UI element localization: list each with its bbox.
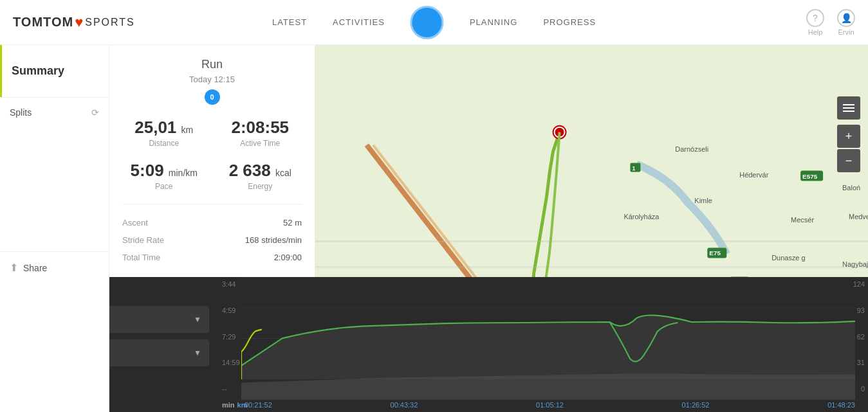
activity-date: Today 12:15 — [122, 75, 302, 84]
stat-time-value: 2:08:55 — [219, 118, 302, 138]
nav-progress[interactable]: PROGRESS — [543, 17, 596, 27]
user-button[interactable]: 👤 Ervin — [837, 9, 855, 36]
map-controls: + − — [837, 96, 860, 172]
stat-energy-value: 2 638 kcal — [219, 161, 302, 181]
y-label-0: 3:44 — [222, 280, 240, 288]
y-label-2: 7:29 — [222, 333, 240, 341]
share-label: Share — [23, 263, 47, 273]
splits-row[interactable]: Splits ⟳ — [0, 97, 109, 127]
extra-stride: Stride Rate 168 strides/min — [122, 231, 302, 249]
stat-energy-label: Energy — [219, 182, 302, 191]
logo-sports: SPORTS — [85, 17, 135, 28]
extra-ascent: Ascent 52 m — [122, 214, 302, 231]
nav-latest[interactable]: LATEST — [272, 17, 307, 27]
share-icon: ⬆ — [10, 262, 18, 274]
menu-line-3 — [843, 111, 854, 112]
stat-energy: 2 638 kcal Energy — [219, 161, 302, 191]
y-label-3: 14:59 — [222, 359, 240, 366]
nav-center: LATEST ACTIVITIES PLANNING PROGRESS — [272, 6, 596, 39]
nav-right: ? Help 👤 Ervin — [806, 9, 855, 36]
help-icon: ? — [806, 9, 824, 27]
chart-area: 3:44 4:59 7:29 14:59 -- 124 93 62 31 0 — [219, 277, 868, 412]
extra-stats: Ascent 52 m Stride Rate 168 strides/min … — [122, 204, 302, 266]
svg-text:Károlyháza: Károlyháza — [623, 213, 660, 220]
menu-line-1 — [843, 104, 854, 105]
user-icon: 👤 — [837, 9, 855, 27]
nav-planning[interactable]: PLANNING — [470, 17, 517, 27]
unit-min: min — [222, 401, 235, 409]
stat-distance: 25,01 km Distance — [122, 118, 206, 148]
x-label-2: 01:05:12 — [536, 401, 564, 409]
map-zoom-out-button[interactable]: − — [837, 149, 860, 172]
stat-time-label: Active Time — [219, 139, 302, 148]
svg-text:Baloń: Baloń — [842, 184, 860, 192]
badge-circle: 0 — [205, 89, 220, 105]
map-zoom-in-button[interactable]: + — [837, 125, 860, 148]
menu-line-2 — [843, 107, 854, 109]
x-label-4: 01:48:23 — [827, 401, 855, 409]
svg-text:Nagybajcs: Nagybajcs — [842, 260, 868, 268]
top-nav: TOMTOM ♥ SPORTS LATEST ACTIVITIES PLANNI… — [0, 0, 868, 45]
svg-text:Darnózseli: Darnózseli — [675, 145, 708, 153]
x-label-3: 01:26:52 — [682, 401, 710, 409]
svg-text:Medvedov: Medvedov — [849, 213, 868, 220]
stat-pace: 5:09 min/km Pace — [122, 161, 206, 191]
stat-time: 2:08:55 Active Time — [219, 118, 302, 148]
map-menu-button[interactable] — [837, 96, 860, 120]
splits-label: Splits — [10, 107, 32, 118]
stat-pace-value: 5:09 min/km — [122, 161, 206, 181]
help-label: Help — [808, 28, 823, 36]
bottom-section: STATS ⟳ Pace min/km ▼ ▲ Elevation m ▼ — [0, 277, 868, 412]
unit-km: km — [237, 401, 248, 409]
x-label-0: 00:21:52 — [245, 401, 272, 409]
svg-text:E75: E75 — [709, 249, 721, 256]
stat-pace-label: Pace — [122, 182, 206, 191]
chart-y-labels-left: 3:44 4:59 7:29 14:59 -- — [222, 277, 240, 396]
summary-label: Summary — [12, 64, 64, 77]
svg-text:Dunasze g: Dunasze g — [771, 254, 805, 262]
left-sidebar: Summary Splits ⟳ ⬆ Share — [0, 45, 109, 412]
svg-text:Kimle: Kimle — [694, 197, 712, 204]
activity-badge: 0 — [122, 89, 302, 105]
summary-tab[interactable]: Summary — [0, 45, 109, 97]
stat-distance-label: Distance — [122, 139, 206, 148]
activity-title: Run — [122, 58, 302, 71]
pace-dropdown-icon: ▼ — [194, 315, 201, 324]
logo-tomtom: TOMTOM — [13, 15, 73, 30]
stat-distance-value: 25,01 km — [122, 118, 206, 138]
logo-flame: ♥ — [75, 14, 84, 31]
svg-text:Hédervár: Hédervár — [739, 171, 768, 179]
splits-icon: ⟳ — [91, 107, 99, 118]
elevation-dropdown-icon: ▼ — [194, 348, 201, 357]
help-button[interactable]: ? Help — [806, 9, 824, 36]
svg-text:1: 1 — [632, 165, 635, 172]
nav-activities[interactable]: ACTIVITIES — [333, 17, 385, 27]
bottom-layout: STATS ⟳ Pace min/km ▼ ▲ Elevation m ▼ — [0, 277, 868, 412]
y-label-1: 4:59 — [222, 307, 240, 314]
chart-unit-row: min km — [222, 401, 247, 409]
chart-x-labels: 00:21:52 00:43:32 01:05:12 01:26:52 01:4… — [245, 401, 855, 409]
y-label-4: -- — [222, 385, 240, 393]
nav-center-button[interactable] — [411, 6, 444, 39]
svg-text:E575: E575 — [802, 173, 818, 180]
x-label-1: 00:43:32 — [391, 401, 418, 409]
chart-svg — [241, 277, 855, 400]
stats-grid: 25,01 km Distance 2:08:55 Active Time 5:… — [122, 118, 302, 191]
svg-text:Mecsér: Mecsér — [791, 216, 814, 224]
extra-total-time: Total Time 2:09:00 — [122, 249, 302, 266]
share-row[interactable]: ⬆ Share — [0, 251, 109, 283]
user-label: Ervin — [838, 28, 854, 36]
logo: TOMTOM ♥ SPORTS — [13, 14, 135, 31]
